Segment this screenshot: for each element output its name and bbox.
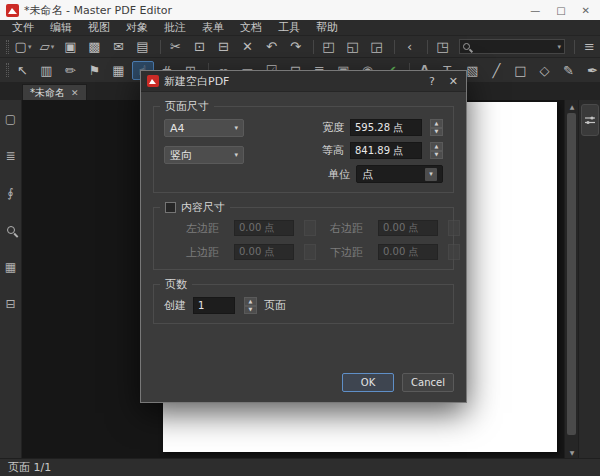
close-button[interactable]: ✕ xyxy=(582,5,590,16)
ok-button[interactable]: OK xyxy=(342,373,394,392)
email-button[interactable]: ✉ xyxy=(108,37,130,56)
cancel-button[interactable]: Cancel xyxy=(402,373,454,392)
search-input[interactable] xyxy=(470,41,557,52)
signatures-panel-button[interactable]: ⊟ xyxy=(2,293,20,315)
edit-forms-tool[interactable]: ▦ xyxy=(108,61,130,80)
margin-value-field: 0.00 点 xyxy=(378,244,438,260)
orientation-select[interactable]: 竖向 ▾ xyxy=(164,146,244,164)
open-document-button[interactable]: ▱▾ xyxy=(36,37,58,56)
page-count-field[interactable]: 1 xyxy=(193,297,235,314)
spin-up-icon[interactable]: ▲ xyxy=(430,119,443,128)
properties-panel-button[interactable] xyxy=(581,104,599,136)
menu-annotate[interactable]: 批注 xyxy=(156,20,194,36)
menu-document[interactable]: 文档 xyxy=(232,20,270,36)
thumbnails-panel-button[interactable]: ▢ xyxy=(2,108,20,130)
edit-document-tool[interactable]: ✏ xyxy=(60,61,82,80)
select-tool[interactable]: ↖ xyxy=(12,61,34,80)
main-menu-button[interactable]: ≡ xyxy=(579,37,600,56)
icon-glyph: ▧ xyxy=(466,64,478,77)
page-view-button[interactable]: ▥ xyxy=(36,61,58,80)
margins-grid: 左边距 0.00 点 右边距 0.00 点 上边距 xyxy=(164,220,443,260)
dialog-close-button[interactable]: ✕ xyxy=(449,75,458,88)
vertical-scrollbar[interactable]: ▲ ▼ xyxy=(564,100,578,458)
menu-view[interactable]: 视图 xyxy=(80,20,118,36)
fit-page-button[interactable]: ◳ xyxy=(432,37,454,56)
save-button[interactable]: ▣ xyxy=(60,37,82,56)
unit-select[interactable]: 点 ▾ xyxy=(356,165,443,183)
icon-glyph: ▣ xyxy=(64,40,76,53)
dialog-title-bar[interactable]: 新建空白PDF ? ✕ xyxy=(141,71,466,92)
select-text-tool[interactable]: ⚑ xyxy=(84,61,106,80)
minimize-button[interactable]: — xyxy=(530,5,540,16)
paste-button[interactable]: ⊟ xyxy=(213,37,235,56)
tab-close-icon[interactable]: ✕ xyxy=(71,88,79,98)
scroll-down-icon[interactable]: ▼ xyxy=(565,446,579,458)
pen-tool[interactable]: ✒ xyxy=(582,61,600,80)
document-tab[interactable]: *未命名 ✕ xyxy=(22,84,87,100)
copy-button[interactable]: ⊡ xyxy=(189,37,211,56)
width-field[interactable]: 595.28 点 xyxy=(350,119,422,136)
dialog-help-button[interactable]: ? xyxy=(429,75,435,88)
create-label: 创建 xyxy=(164,298,186,313)
icon-glyph: ◇ xyxy=(540,64,550,77)
search-dropdown-caret-icon[interactable]: ▾ xyxy=(557,43,561,51)
page-layout-continuous-button[interactable]: ◱ xyxy=(342,37,364,56)
icon-glyph: ▢ xyxy=(15,40,27,53)
menu-tools[interactable]: 工具 xyxy=(270,20,308,36)
icon-glyph: ∮ xyxy=(7,186,13,200)
new-document-button[interactable]: ▢▾ xyxy=(12,37,34,56)
icon-glyph: ▥ xyxy=(40,64,52,77)
redo-button[interactable]: ↷ xyxy=(285,37,307,56)
undo-button[interactable]: ↶ xyxy=(261,37,283,56)
height-field[interactable]: 841.89 点 xyxy=(350,142,422,159)
toolbar-drag-handle[interactable] xyxy=(4,61,10,80)
icon-glyph: ↖ xyxy=(17,64,28,77)
bookmarks-panel-button[interactable]: ≣ xyxy=(2,145,20,167)
menu-file[interactable]: 文件 xyxy=(4,20,42,36)
icon-glyph: ▤ xyxy=(136,40,148,53)
previous-view-button[interactable]: ‹ xyxy=(399,37,421,56)
menu-forms[interactable]: 表单 xyxy=(194,20,232,36)
layers-panel-button[interactable]: ▦ xyxy=(2,256,20,278)
toolbar-search-box[interactable]: ▾ xyxy=(459,39,565,54)
toolbar-separator xyxy=(310,37,315,56)
toolbar-drag-handle[interactable] xyxy=(4,37,10,56)
content-size-checkbox[interactable] xyxy=(165,202,176,213)
icon-glyph: ✒ xyxy=(587,64,598,77)
maximize-button[interactable]: □ xyxy=(556,5,565,16)
icon-glyph: ↷ xyxy=(290,40,301,53)
icon-glyph: □ xyxy=(514,64,526,77)
spin-up-icon[interactable]: ▲ xyxy=(244,297,257,306)
pencil-tool[interactable]: ✎ xyxy=(558,61,580,80)
chevron-down-icon: ▾ xyxy=(234,124,238,132)
cut-button[interactable]: ✂ xyxy=(165,37,187,56)
spin-down-icon[interactable]: ▼ xyxy=(244,306,257,315)
polygon-tool[interactable]: ◇ xyxy=(534,61,556,80)
print-button[interactable]: ▤ xyxy=(132,37,154,56)
attachments-panel-button[interactable]: ∮ xyxy=(2,182,20,204)
toolbar-separator xyxy=(571,37,576,56)
rectangle-tool[interactable]: □ xyxy=(510,61,532,80)
save-as-button[interactable]: ▩ xyxy=(84,37,106,56)
page-count-stepper[interactable]: ▲ ▼ xyxy=(244,297,257,314)
menu-edit[interactable]: 编辑 xyxy=(42,20,80,36)
search-panel-button[interactable] xyxy=(2,219,20,241)
scrollbar-thumb[interactable] xyxy=(567,113,576,435)
unit-label: 单位 xyxy=(328,167,350,182)
width-stepper[interactable]: ▲ ▼ xyxy=(430,119,443,136)
scroll-up-icon[interactable]: ▲ xyxy=(565,100,579,112)
icon-glyph: ▦ xyxy=(112,64,124,77)
menu-help[interactable]: 帮助 xyxy=(308,20,346,36)
delete-button[interactable]: ✕ xyxy=(237,37,259,56)
spin-up-icon[interactable]: ▲ xyxy=(430,142,443,151)
spin-down-icon[interactable]: ▼ xyxy=(430,128,443,137)
page-layout-facing-button[interactable]: ◲ xyxy=(366,37,388,56)
menu-object[interactable]: 对象 xyxy=(118,20,156,36)
icon-glyph: ◰ xyxy=(322,40,334,53)
page-format-select[interactable]: A4 ▾ xyxy=(164,119,244,137)
margin-label: 左边距 xyxy=(186,221,224,236)
height-stepper[interactable]: ▲ ▼ xyxy=(430,142,443,159)
line-tool[interactable]: ╱ xyxy=(486,61,508,80)
spin-down-icon[interactable]: ▼ xyxy=(430,151,443,160)
page-layout-single-button[interactable]: ◰ xyxy=(318,37,340,56)
